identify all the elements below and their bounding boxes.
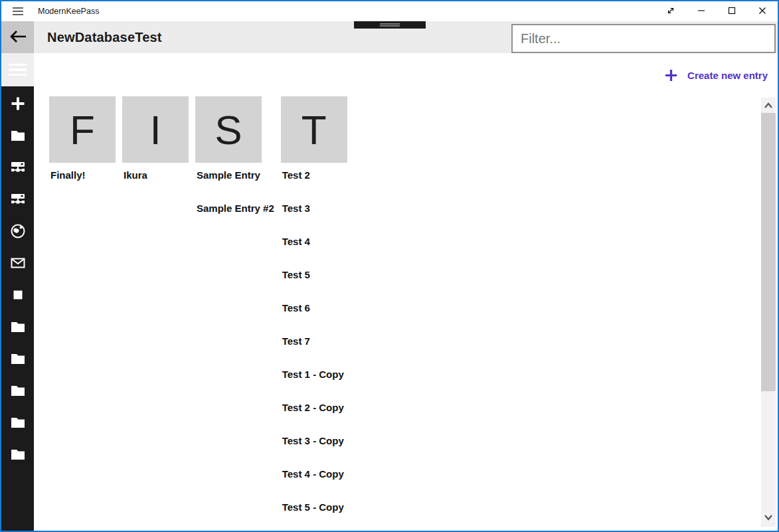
sidebar: [1, 53, 34, 531]
entry-item[interactable]: Test 7: [281, 329, 354, 362]
app-window: ModernKeePass NewDatabaseTest Create new…: [0, 0, 779, 532]
drag-handle[interactable]: [354, 21, 426, 29]
create-new-entry-label: Create new entry: [687, 70, 768, 81]
folder-icon: [10, 128, 26, 146]
scroll-up-icon[interactable]: [761, 100, 776, 111]
globe-icon: [10, 223, 26, 242]
entry-item[interactable]: Test 4 - Copy: [281, 462, 354, 495]
group-tile-F[interactable]: F: [49, 96, 116, 163]
entry-item[interactable]: Finally!: [49, 163, 122, 196]
create-new-entry-button[interactable]: Create new entry: [665, 69, 768, 82]
entry-item[interactable]: Sample Entry #2: [195, 196, 281, 229]
sidebar-item-square-6[interactable]: [1, 288, 34, 304]
sidebar-item-globe-4[interactable]: [1, 224, 34, 240]
entry-item[interactable]: Test 6: [281, 296, 354, 329]
sidebar-item-folder-7[interactable]: [1, 320, 34, 336]
entry-group-T: TTest 2Test 3Test 4Test 5Test 6Test 7Tes…: [281, 96, 354, 528]
entry-item[interactable]: Test 5: [281, 262, 354, 296]
folder-icon: [10, 383, 26, 401]
app-title: ModernKeePass: [38, 7, 99, 16]
entry-item[interactable]: Ikura: [122, 163, 195, 196]
entry-item[interactable]: Test 4: [281, 229, 354, 262]
network-icon: [10, 159, 26, 178]
close-icon: [757, 5, 768, 18]
folder-icon: [10, 414, 26, 433]
network-icon: [10, 191, 26, 210]
entry-groups: FFinally!IIkuraSSample EntrySample Entry…: [49, 96, 354, 528]
entry-item[interactable]: Test 5 - Copy: [281, 495, 354, 528]
entry-item[interactable]: Test 2: [281, 163, 354, 196]
expand-button[interactable]: [655, 1, 686, 21]
entry-item[interactable]: Test 3: [281, 196, 354, 229]
sidebar-item-mail-5[interactable]: [1, 256, 34, 272]
entry-item[interactable]: Test 1 - Copy: [281, 362, 354, 395]
sidebar-item-network-3[interactable]: [1, 193, 34, 209]
plus-icon: [665, 69, 677, 82]
page-header: NewDatabaseTest: [1, 21, 778, 53]
scrollbar[interactable]: [761, 98, 776, 527]
entry-item[interactable]: Sample Entry: [195, 163, 281, 196]
maximize-icon: [727, 5, 737, 18]
entry-group-F: FFinally!: [49, 96, 122, 196]
entry-group-S: SSample EntrySample Entry #2: [195, 96, 281, 229]
folder-icon: [10, 319, 26, 337]
mail-icon: [10, 255, 26, 274]
maximize-button[interactable]: [717, 1, 747, 21]
minimize-button[interactable]: [686, 1, 717, 21]
folder-icon: [10, 446, 26, 465]
minimize-icon: [696, 5, 707, 18]
scrollbar-thumb[interactable]: [761, 113, 776, 391]
scroll-down-icon[interactable]: [761, 512, 776, 523]
group-tile-I[interactable]: I: [122, 96, 189, 163]
filter-input[interactable]: [511, 24, 776, 53]
diagonal-resize-icon: [665, 5, 676, 18]
square-icon: [10, 287, 26, 306]
folder-icon: [10, 351, 26, 369]
close-button[interactable]: [747, 1, 778, 21]
plus-icon: [10, 96, 26, 114]
sidebar-item-plus-0[interactable]: [1, 97, 34, 113]
entry-item[interactable]: Test 3 - Copy: [281, 428, 354, 462]
group-tile-S[interactable]: S: [195, 96, 262, 163]
sidebar-item-folder-9[interactable]: [1, 384, 34, 400]
window-controls: [655, 1, 778, 21]
page-title: NewDatabaseTest: [47, 21, 162, 53]
main-content: Create new entry FFinally!IIkuraSSample …: [34, 53, 778, 531]
group-tile-T[interactable]: T: [281, 96, 347, 163]
entry-item[interactable]: Test 2 - Copy: [281, 395, 354, 428]
sidebar-item-network-2[interactable]: [1, 161, 34, 177]
sidebar-item-folder-11[interactable]: [1, 448, 34, 464]
back-button[interactable]: [1, 21, 34, 53]
sidebar-item-folder-8[interactable]: [1, 352, 34, 368]
nav-hamburger-button[interactable]: [1, 53, 34, 86]
entry-group-I: IIkura: [122, 96, 195, 196]
titlebar-hamburger-icon[interactable]: [10, 4, 26, 19]
title-bar: ModernKeePass: [1, 1, 778, 21]
back-arrow-icon: [9, 29, 27, 46]
sidebar-item-folder-1[interactable]: [1, 129, 34, 145]
sidebar-item-folder-10[interactable]: [1, 416, 34, 432]
